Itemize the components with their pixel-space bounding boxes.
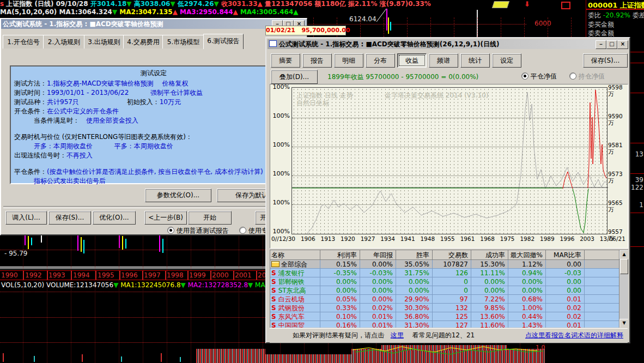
chart-spike xyxy=(180,357,181,362)
axis-tick-label: 1941 xyxy=(400,235,415,242)
column-header[interactable]: 利润率 xyxy=(320,250,360,260)
text-run: 当条件满足时： xyxy=(14,117,86,124)
axis-tick-label: 1906 xyxy=(301,235,315,242)
save-button[interactable]: 保存(S)... xyxy=(48,211,91,225)
hint-link-here[interactable]: 这里 xyxy=(391,331,404,339)
grid-line xyxy=(0,250,265,250)
name-cell[interactable]: S邯郸钢铁 xyxy=(270,277,320,286)
scroll-up-icon[interactable]: ▲ xyxy=(619,250,628,259)
value-cell: 0.00% xyxy=(360,260,396,269)
table-row[interactable]: SST东北高0.00%0.00%0.00%00.00%0.00%0.00 xyxy=(270,286,628,295)
tool-收益[interactable]: 收益 xyxy=(397,53,427,68)
y-left-tick: 100% xyxy=(270,83,290,90)
value-cell: 97 xyxy=(433,295,471,304)
value-cell: 0 xyxy=(433,286,471,295)
dialog-tab-6[interactable]: 6.测试报告 xyxy=(203,34,244,49)
text-run: ▲ xyxy=(233,8,240,16)
stock-name: 武钢股份 xyxy=(278,304,305,312)
dialog-tab-5[interactable]: 5.市场模型 xyxy=(162,35,204,49)
maximize-button[interactable]: □ xyxy=(606,40,617,49)
name-cell[interactable]: SST东北高 xyxy=(270,286,320,295)
table-row[interactable]: S东风汽车0.10%0.01%36.80%12513.60%0.44%0.02 xyxy=(270,312,628,321)
stock-name: 浦发银行 xyxy=(278,269,305,277)
table-row[interactable]: S白云机场0.05%0.00%29.90%977.22%0.68%0.01 xyxy=(270,295,628,304)
y-right-tick: 9573万 xyxy=(608,171,628,185)
axis-year-label: 2000 xyxy=(212,271,229,279)
radio-close-equity[interactable]: 平仓净值 xyxy=(521,72,557,81)
gridline xyxy=(520,343,520,363)
minimize-button[interactable]: － xyxy=(596,40,606,49)
name-cell[interactable]: S中国国贸 xyxy=(270,321,320,328)
column-header[interactable] xyxy=(585,250,619,260)
name-cell[interactable]: S白云机场 xyxy=(270,295,320,304)
glossary-link[interactable]: 点这里看报告名词术语的详细解释 xyxy=(525,329,623,342)
text-run: 高3038.06 xyxy=(134,0,171,8)
panel-value: 39 xyxy=(635,176,643,184)
back-button[interactable]: <上一步(B) xyxy=(144,211,187,225)
table-row[interactable]: S邯郸钢铁0.00%0.00%0.00%00.00%0.00%0.00 xyxy=(270,277,628,286)
radio-icon[interactable] xyxy=(521,72,528,80)
param-optimize-button[interactable]: 参数优化(O)... xyxy=(145,189,211,202)
name-cell[interactable]: S浦发银行 xyxy=(270,269,320,277)
window-restore-icon[interactable] xyxy=(561,2,570,9)
table-row[interactable]: 全部综合0.15%0.00%35.05%10782715.30%1.12%0.0… xyxy=(270,260,628,269)
window-title-bar[interactable]: 公式测试系统 - 1.指标交易 : ■ACD突破零轴价格预测(26,12,9,1… xyxy=(268,39,628,49)
name-cell[interactable]: S武钢股份 xyxy=(270,304,320,312)
chip-icon[interactable] xyxy=(492,1,509,8)
table-row[interactable]: S武钢股份0.33%0.02%30.30%1329.85%1.00%0.02 xyxy=(270,304,628,312)
tool-分布[interactable]: 分布 xyxy=(366,53,395,68)
load-button[interactable]: 调入(L)... xyxy=(5,211,47,225)
radio-icon[interactable] xyxy=(167,227,174,234)
grid-line xyxy=(0,317,265,318)
text-run: 在公式中定义的开仓条件 xyxy=(47,107,119,115)
tool-明细[interactable]: 明细 xyxy=(334,53,363,68)
save-report-button[interactable]: 保存(S)... xyxy=(583,53,628,68)
dialog-tab-2[interactable]: 2.入场规则 xyxy=(43,35,85,49)
column-header[interactable]: 最大回撤% xyxy=(508,250,546,260)
tool-摘要[interactable]: 摘要 xyxy=(271,53,300,68)
dialog-tab-1[interactable]: 1.开仓信号 xyxy=(3,35,44,49)
optimize-button[interactable]: 优化(O)... xyxy=(93,211,136,225)
results-table[interactable]: 名称利润率年回报胜率交易数成功率最大回撤%MAR比率 全部综合0.15%0.00… xyxy=(270,250,628,328)
column-header[interactable]: 胜率 xyxy=(396,250,433,260)
tool-频谱[interactable]: 频谱 xyxy=(429,53,458,68)
column-header[interactable]: 年回报 xyxy=(360,250,396,260)
dialog-title-bar[interactable]: 公式测试系统 - 1.指标交易 : ■ACD突破零轴价格预测 xyxy=(1,19,307,29)
tool-设定[interactable]: 设定 xyxy=(492,53,521,68)
tool-统计[interactable]: 统计 xyxy=(460,53,490,68)
column-header[interactable]: MAR比率 xyxy=(546,250,585,260)
dialog-tab-3[interactable]: 3.出场规则 xyxy=(84,35,124,49)
axis-tick-label: 1996 xyxy=(560,235,575,242)
value-cell: 36.80% xyxy=(396,312,433,321)
pane-separator[interactable] xyxy=(0,267,265,269)
table-scrollbar[interactable]: ▲ ▼ xyxy=(619,250,628,328)
download-arrow-icon[interactable]: ⬇ xyxy=(524,0,530,8)
tool-报告[interactable]: 报告 xyxy=(302,53,332,68)
stock-flag-icon: S xyxy=(271,304,276,312)
start-button[interactable]: 开始 xyxy=(188,211,232,225)
stock-name: 中国国贸 xyxy=(278,322,305,328)
radio-icon[interactable] xyxy=(239,227,246,234)
axis-year-label: 1998 xyxy=(167,271,184,279)
name-cell[interactable]: 全部综合 xyxy=(270,260,320,269)
column-header[interactable]: 交易数 xyxy=(433,250,471,260)
column-header[interactable]: 名称 xyxy=(270,250,320,260)
name-cell[interactable]: S东风汽车 xyxy=(270,312,320,321)
text-run: (按盘中触位价计算是否满足止损条件, 按当日收盘价平仓, 成本价浮动计算) xyxy=(47,168,263,176)
overlay-button[interactable]: 叠加(D)... xyxy=(271,70,318,84)
chart-spike xyxy=(161,353,162,362)
radio-hold-equity[interactable]: 持仓净值 xyxy=(569,72,605,81)
table-row[interactable]: S浦发银行-0.35%-0.03%31.75%12611.11%0.94%-0.… xyxy=(270,269,628,277)
axis-tick-label: 1989 xyxy=(540,235,555,242)
text-run: MA1:3064.324 xyxy=(59,8,112,16)
dialog-tab-4[interactable]: 4.交易费用 xyxy=(123,35,163,49)
close-button[interactable]: × xyxy=(617,40,628,49)
column-header[interactable]: 成功率 xyxy=(471,250,508,260)
table-row[interactable]: S中国国贸0.16%0.01%31.30%12711.60%1.43%0.01 xyxy=(270,321,628,328)
stock-name: 东风汽车 xyxy=(278,313,305,320)
radio-icon[interactable] xyxy=(569,72,576,80)
grid-line xyxy=(0,292,265,292)
scroll-down-icon[interactable]: ▼ xyxy=(619,319,628,328)
radio-normal-report[interactable]: 使用普通测试报告 xyxy=(167,226,229,235)
scroll-thumb[interactable] xyxy=(620,259,628,274)
